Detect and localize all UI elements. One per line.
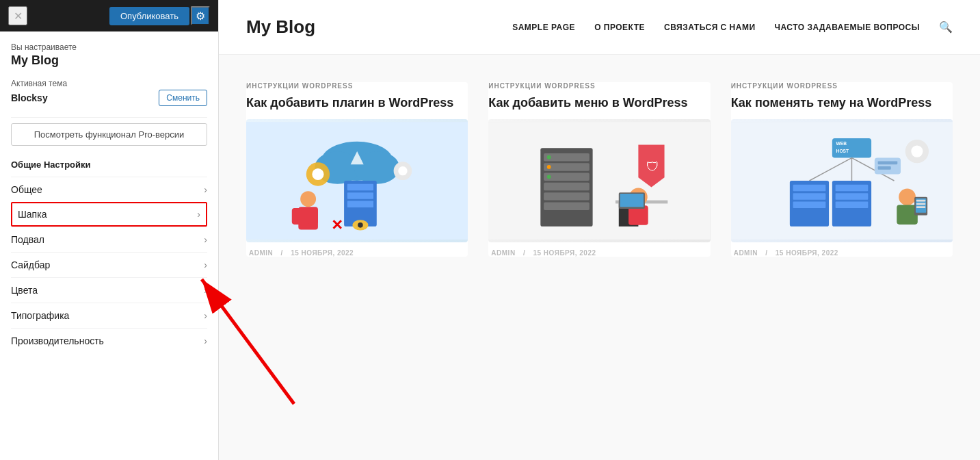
blog-logo: My Blog [246, 16, 315, 38]
svg-rect-11 [347, 201, 373, 208]
svg-rect-65 [916, 207, 925, 209]
svg-rect-56 [877, 166, 890, 170]
active-theme-label: Активная тема [11, 79, 207, 88]
svg-point-12 [300, 192, 316, 207]
customizer-blog-name: My Blog [11, 53, 207, 68]
nav-link-o-proekte[interactable]: О ПРОЕКТЕ [594, 23, 645, 32]
chevron-right-icon: › [204, 335, 207, 346]
svg-text:✕: ✕ [331, 217, 343, 233]
search-icon[interactable]: 🔍 [939, 21, 953, 34]
post-card-2[interactable]: ИНСТРУКЦИИ WORDPRESS Как добавить меню в… [488, 82, 710, 257]
svg-point-19 [358, 222, 363, 228]
svg-point-58 [911, 146, 923, 157]
post-meta: ADMIN / 15 НОЯБРЯ, 2022 [488, 249, 710, 257]
pro-features-button[interactable]: Посмотреть функционал Pro-версии [11, 123, 207, 146]
sidebar-item-sidebar[interactable]: Сайдбар › [11, 252, 207, 277]
publish-group: Опубликовать ⚙ [109, 6, 210, 25]
blog-preview: My Blog SAMPLE PAGEО ПРОЕКТЕСВЯЗАТЬСЯ С … [219, 0, 980, 460]
svg-rect-55 [877, 162, 897, 165]
post-date: 15 НОЯБРЯ, 2022 [776, 249, 838, 257]
svg-rect-26 [544, 193, 590, 201]
post-card-3[interactable]: ИНСТРУКЦИИ WORDPRESS Как поменять тему н… [731, 82, 953, 257]
blog-header: My Blog SAMPLE PAGEО ПРОЕКТЕСВЯЗАТЬСЯ С … [219, 0, 980, 55]
post-author: ADMIN [249, 249, 273, 257]
chevron-right-icon: › [197, 209, 200, 220]
post-title: Как поменять тему на WordPress [731, 95, 953, 111]
sidebar-body: Вы настраиваете My Blog Активная тема Bl… [0, 31, 218, 460]
svg-point-28 [547, 155, 551, 159]
svg-rect-47 [793, 185, 825, 192]
publish-button[interactable]: Опубликовать [109, 7, 189, 25]
posts-grid: ИНСТРУКЦИИ WORDPRESS Как добавить плагин… [219, 55, 980, 284]
sidebar-item-label: Цвета [11, 285, 38, 296]
chevron-right-icon: › [204, 310, 207, 321]
post-card-1[interactable]: ИНСТРУКЦИИ WORDPRESS Как добавить плагин… [246, 82, 468, 257]
post-title: Как добавить меню в WordPress [488, 95, 710, 111]
svg-point-7 [398, 166, 407, 175]
active-theme-row: Blocksy Сменить [11, 90, 207, 106]
chevron-right-icon: › [204, 234, 207, 245]
you-customize-label: Вы настраиваете [11, 42, 207, 52]
svg-point-29 [547, 165, 551, 169]
sidebar-item-shapka[interactable]: Шапка › [11, 202, 207, 227]
post-image: ✕ [246, 119, 468, 242]
svg-rect-27 [544, 203, 590, 210]
svg-rect-64 [916, 203, 925, 205]
chevron-right-icon: › [204, 285, 207, 296]
svg-text:🛡: 🛡 [646, 159, 659, 174]
sidebar-item-cveta[interactable]: Цвета › [11, 277, 207, 303]
post-author: ADMIN [491, 249, 515, 257]
post-title: Как добавить плагин в WordPress [246, 95, 468, 111]
chevron-right-icon: › [204, 259, 207, 270]
meta-separator: / [523, 249, 528, 257]
post-date: 15 НОЯБРЯ, 2022 [291, 249, 354, 257]
divider-1 [11, 117, 207, 118]
svg-point-5 [312, 168, 323, 180]
close-button[interactable]: ✕ [8, 6, 27, 25]
menu-items-container: Общее › Шапка › Подвал › Сайдбар › Цвета… [11, 177, 207, 353]
svg-rect-15 [308, 208, 318, 225]
switch-theme-button[interactable]: Сменить [159, 90, 207, 106]
nav-link-sample-page[interactable]: SAMPLE PAGE [512, 23, 575, 32]
post-category: ИНСТРУКЦИИ WORDPRESS [731, 82, 953, 90]
post-meta: ADMIN / 15 НОЯБРЯ, 2022 [246, 249, 468, 257]
nav-link-svyazatsya[interactable]: СВЯЗАТЬСЯ С НАМИ [664, 23, 755, 32]
settings-gear-button[interactable]: ⚙ [191, 6, 210, 25]
svg-rect-38 [620, 194, 644, 207]
sidebar-item-label: Типографика [11, 310, 69, 321]
meta-separator: / [281, 249, 286, 257]
nav-link-faq[interactable]: ЧАСТО ЗАДАВАЕМЫЕ ВОПРОСЫ [775, 23, 920, 32]
svg-rect-54 [875, 158, 901, 175]
svg-rect-48 [793, 194, 825, 201]
sidebar-item-label: Общее [11, 184, 42, 195]
svg-rect-53 [835, 202, 868, 209]
active-theme-section: Активная тема Blocksy Сменить [11, 79, 207, 106]
customizer-sidebar: ✕ Опубликовать ⚙ Вы настраиваете My Blog… [0, 0, 219, 460]
sidebar-item-podval[interactable]: Подвал › [11, 227, 207, 252]
active-theme-name: Blocksy [11, 92, 48, 103]
sidebar-item-tipografika[interactable]: Типографика › [11, 303, 207, 328]
post-category: ИНСТРУКЦИИ WORDPRESS [246, 82, 468, 90]
sidebar-item-label: Сайдбар [11, 259, 50, 270]
post-date: 15 НОЯБРЯ, 2022 [533, 249, 596, 257]
svg-rect-20 [488, 123, 710, 240]
svg-text:WEB: WEB [836, 142, 847, 146]
post-image: 🛡 [488, 119, 710, 242]
svg-rect-63 [916, 200, 925, 202]
post-meta: ADMIN / 15 НОЯБРЯ, 2022 [731, 249, 953, 257]
svg-point-3 [354, 151, 399, 184]
chevron-right-icon: › [204, 184, 207, 195]
svg-rect-52 [835, 194, 868, 201]
sidebar-item-label: Шапка [18, 209, 47, 220]
post-author: ADMIN [734, 249, 758, 257]
sidebar-item-proizvodit[interactable]: Производительность › [11, 328, 207, 353]
sidebar-item-obshee[interactable]: Общее › [11, 177, 207, 202]
nav-items-container: SAMPLE PAGEО ПРОЕКТЕСВЯЗАТЬСЯ С НАМИЧАСТ… [512, 23, 920, 32]
svg-rect-25 [544, 183, 590, 190]
meta-separator: / [765, 249, 770, 257]
svg-rect-49 [793, 202, 825, 209]
blog-nav: SAMPLE PAGEО ПРОЕКТЕСВЯЗАТЬСЯ С НАМИЧАСТ… [512, 21, 953, 34]
post-category: ИНСТРУКЦИИ WORDPRESS [488, 82, 710, 90]
sidebar-item-label: Подвал [11, 234, 44, 245]
sidebar-header: ✕ Опубликовать ⚙ [0, 0, 218, 31]
